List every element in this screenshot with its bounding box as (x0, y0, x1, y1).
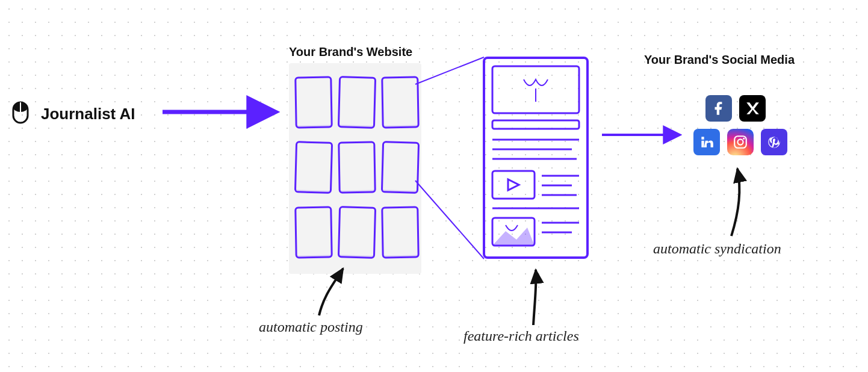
arrow-caption-syndication (731, 169, 739, 236)
x-icon (739, 95, 766, 122)
svg-rect-9 (492, 171, 535, 199)
article-thumb (381, 206, 419, 258)
article-thumb (338, 141, 376, 193)
zoom-line-bottom (415, 181, 484, 259)
zoom-line-top (415, 57, 484, 84)
mouse-icon (12, 101, 29, 126)
arrow-caption-articles (533, 270, 536, 325)
facebook-icon (705, 95, 732, 122)
heading-website: Your Brand's Website (289, 45, 412, 59)
article-detail (482, 55, 590, 262)
article-thumb (294, 141, 333, 194)
svg-rect-3 (484, 58, 587, 258)
article-thumb (294, 206, 332, 258)
caption-articles: feature-rich articles (463, 328, 579, 344)
svg-rect-5 (492, 120, 579, 129)
brand-block: Journalist AI (12, 101, 135, 126)
svg-marker-10 (508, 179, 519, 190)
social-row-2 (693, 129, 787, 155)
caption-posting: automatic posting (259, 319, 363, 335)
arrow-caption-posting (319, 268, 343, 315)
article-thumb (381, 76, 419, 128)
article-thumb (338, 76, 376, 129)
article-thumb (294, 76, 332, 128)
article-thumb (338, 206, 376, 259)
caption-syndication: automatic syndication (653, 241, 781, 257)
svg-point-19 (737, 139, 743, 144)
svg-point-20 (743, 138, 745, 140)
pinterest-icon (761, 129, 787, 155)
instagram-icon (727, 129, 754, 155)
article-thumb (381, 141, 420, 194)
website-card (289, 63, 421, 274)
svg-rect-18 (734, 136, 746, 148)
heading-social: Your Brand's Social Media (644, 53, 795, 67)
social-row-1 (705, 95, 766, 122)
brand-name: Journalist AI (41, 105, 135, 123)
article-grid (289, 63, 421, 268)
linkedin-icon (693, 129, 720, 155)
